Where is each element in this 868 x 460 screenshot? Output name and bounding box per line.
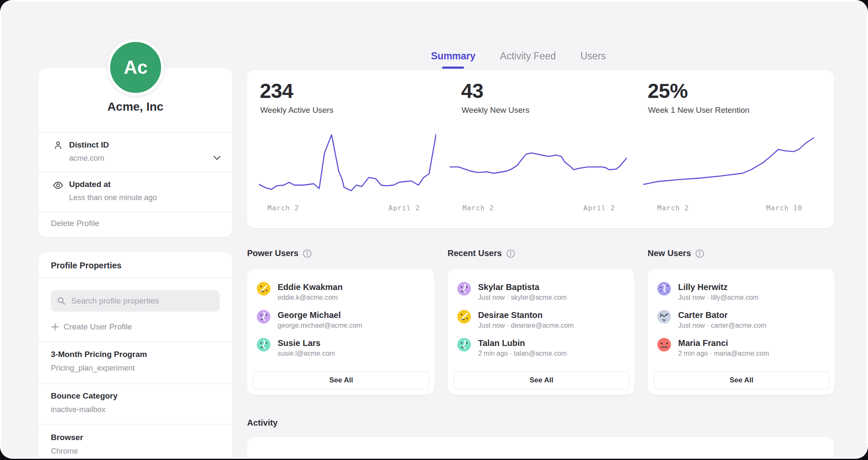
x-tick-left: March 2	[657, 204, 689, 212]
user-detail: Just now · skyler@acme.com	[478, 294, 567, 301]
field-value-distinct-id: acme.com	[69, 154, 104, 163]
field-value-updated-at: Less than one minute ago	[69, 193, 157, 202]
power-users-header: Power Users	[247, 248, 312, 258]
chevron-down-icon[interactable]	[212, 155, 222, 162]
info-icon[interactable]	[506, 249, 515, 258]
avatar	[257, 282, 270, 296]
activity-stat-2: 240	[456, 453, 496, 457]
see-all-button[interactable]: See All	[654, 371, 829, 389]
user-row[interactable]: Eddie Kwakman eddie.k@acme.com	[247, 282, 434, 307]
face-flat-icon	[657, 338, 671, 351]
activity-stat-3: 3.4k	[656, 453, 703, 457]
recent-users-header: Recent Users	[448, 248, 515, 258]
face-squiggle-icon	[457, 282, 471, 296]
new-users-card: Lilly Herwitz Just now · lilly@acme.com …	[648, 269, 835, 395]
user-detail: 2 min ago · maria@acme.com	[678, 350, 769, 357]
new-users-title: New Users	[648, 248, 691, 258]
company-avatar: Ac	[107, 39, 164, 96]
delete-profile-button[interactable]: Delete Profile	[51, 219, 99, 228]
tab-summary-label: Summary	[431, 50, 476, 61]
user-name: Desirae Stanton	[478, 310, 542, 320]
user-row[interactable]: Desirae Stanton Just now · desirare@acme…	[448, 310, 634, 335]
property-value: Chrome	[51, 447, 78, 456]
user-row[interactable]: Carter Bator Just now · carter@acme.com	[648, 310, 835, 335]
profile-properties-title: Profile Properties	[51, 261, 122, 270]
app-window: Ac Acme, Inc Distinct ID acme.com Update…	[1, 1, 867, 457]
property-row[interactable]: Bounce Category inactive-mailbox	[39, 385, 232, 424]
see-all-button[interactable]: See All	[253, 371, 429, 389]
see-all-button[interactable]: See All	[453, 371, 629, 389]
recent-users-title: Recent Users	[448, 248, 502, 258]
face-squiggle-icon	[457, 338, 471, 351]
user-name: Susie Lars	[278, 338, 320, 348]
avatar	[657, 310, 671, 323]
user-detail: susie.l@acme.com	[278, 350, 335, 357]
face-squiggle-icon	[257, 310, 270, 323]
property-name: Browser	[51, 433, 83, 442]
avatar	[257, 338, 270, 351]
recent-users-card: Skylar Baptista Just now · skyler@acme.c…	[448, 269, 634, 395]
user-name: George Michael	[278, 310, 341, 320]
tab-activity-feed[interactable]: Activity Feed	[500, 50, 556, 62]
user-row[interactable]: Maria Franci 2 min ago · maria@acme.com	[648, 338, 835, 363]
search-icon	[57, 296, 66, 306]
info-icon[interactable]	[303, 249, 312, 258]
avatar	[457, 338, 471, 351]
property-value: inactive-mailbox	[51, 405, 106, 414]
property-row[interactable]: 3-Month Pricing Program Pricing_plan_exp…	[39, 345, 232, 384]
x-tick-left: March 2	[462, 204, 494, 212]
avatar	[457, 310, 471, 323]
user-row[interactable]: George Michael george.michael@acme.com	[247, 310, 434, 335]
power-users-card: Eddie Kwakman eddie.k@acme.com George Mi…	[247, 269, 434, 395]
user-detail: george.michael@acme.com	[278, 322, 362, 329]
user-detail: Just now · lilly@acme.com	[678, 294, 759, 301]
user-name: Lilly Herwitz	[678, 282, 728, 292]
info-icon[interactable]	[695, 249, 704, 258]
user-row[interactable]: Susie Lars susie.l@acme.com	[247, 338, 434, 363]
face-wave-icon	[657, 310, 671, 323]
property-name: 3-Month Pricing Program	[51, 350, 147, 359]
user-detail: Just now · desirare@acme.com	[478, 322, 573, 329]
face-curl-icon	[657, 282, 671, 296]
company-avatar-initials: Ac	[124, 57, 147, 78]
plus-icon	[51, 323, 59, 331]
activity-card	[247, 437, 834, 457]
stat-label-weekly-active-users: Weekly Active Users	[260, 106, 334, 115]
user-detail: Just now · carter@acme.com	[678, 322, 766, 329]
user-name: Maria Franci	[678, 338, 728, 348]
user-name: Eddie Kwakman	[278, 282, 342, 292]
search-input[interactable]	[51, 290, 220, 312]
company-name: Acme, Inc	[39, 100, 232, 114]
field-label-distinct-id: Distinct ID	[69, 140, 109, 150]
stat-weekly-new-users: 43	[461, 79, 483, 103]
active-tab-underline	[442, 67, 464, 69]
property-row[interactable]: Browser Chrome	[39, 426, 232, 457]
power-users-title: Power Users	[247, 248, 298, 258]
eye-icon	[53, 180, 64, 190]
user-row[interactable]: Talan Lubin 2 min ago · talan@acme.com	[448, 338, 634, 363]
stat-label-week1-retention: Week 1 New User Retention	[648, 106, 749, 115]
user-name: Carter Bator	[678, 310, 728, 320]
create-user-profile-button[interactable]: Create User Profile	[64, 322, 132, 332]
user-row[interactable]: Lilly Herwitz Just now · lilly@acme.com	[648, 282, 835, 307]
user-detail: eddie.k@acme.com	[278, 294, 338, 301]
property-value: Pricing_plan_experiment	[51, 364, 135, 373]
weekly-new-users-chart	[450, 128, 627, 198]
x-tick-right: March 10	[766, 204, 802, 212]
avatar	[257, 310, 270, 323]
stat-weekly-active-users: 234	[260, 79, 293, 103]
user-row[interactable]: Skylar Baptista Just now · skyler@acme.c…	[448, 282, 634, 307]
tab-users[interactable]: Users	[580, 50, 606, 62]
stat-week1-retention: 25%	[648, 79, 688, 103]
new-users-header: New Users	[648, 248, 704, 258]
face-squiggle-icon	[257, 338, 270, 351]
tab-summary[interactable]: Summary	[431, 50, 476, 62]
property-name: Bounce Category	[51, 391, 117, 401]
avatar	[657, 338, 671, 351]
tab-users-label: Users	[580, 50, 606, 61]
face-slash-icon	[257, 282, 270, 296]
week1-retention-chart	[643, 128, 814, 198]
weekly-active-users-chart	[259, 128, 436, 198]
field-label-updated-at: Updated at	[69, 180, 111, 189]
tab-bar: Summary Activity Feed Users	[431, 50, 606, 62]
